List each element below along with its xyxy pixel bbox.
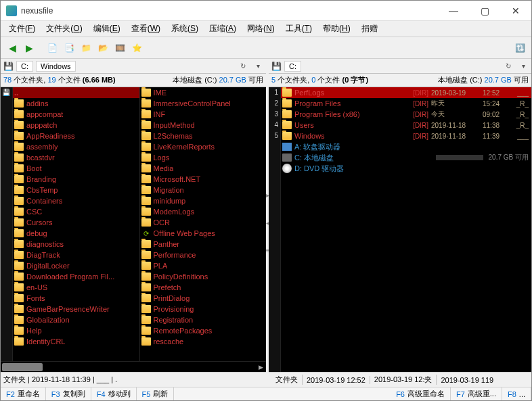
file-row[interactable]: apppatch <box>13 120 139 131</box>
folder-icon <box>14 316 24 324</box>
file-row[interactable]: PolicyDefinitions <box>140 271 267 282</box>
file-row[interactable]: Prefetch <box>140 282 267 293</box>
file-row[interactable]: CbsTemp <box>13 185 139 195</box>
right-file-area[interactable]: 12345 PerfLogs[DIR]2019-03-1912:52___Pro… <box>269 87 531 372</box>
folder-button[interactable]: 📁 <box>79 41 93 55</box>
menu-O[interactable]: 文件夹(O) <box>41 22 87 36</box>
breadcrumb-seg[interactable]: C: <box>284 61 301 72</box>
file-row[interactable]: assembly <box>13 141 139 152</box>
refresh-icon[interactable]: ↻ <box>502 60 514 72</box>
folder-icon <box>141 316 151 324</box>
scroll-right-icon[interactable]: ▶ <box>255 362 266 373</box>
file-row[interactable]: Microsoft.NET <box>140 174 267 185</box>
menu-W[interactable]: 查看(W) <box>126 22 166 36</box>
parent-dir-row[interactable]: .. <box>13 87 139 98</box>
drive-row[interactable]: C: 本地磁盘20.7 GB 可用 <box>281 152 531 163</box>
file-row[interactable]: DiagTrack <box>13 250 139 260</box>
forward-button[interactable]: ▶ <box>22 41 37 55</box>
file-row[interactable]: Media <box>140 163 267 174</box>
settings-button[interactable]: 🔃 <box>512 41 527 55</box>
drive-row[interactable]: A: 软盘驱动器 <box>281 141 531 152</box>
file-row[interactable]: Fonts <box>13 293 139 304</box>
left-file-area[interactable]: 💾 .. addinsappcompatapppatchAppReadiness… <box>1 87 266 361</box>
file-row[interactable]: Program Files[DIR]昨天15:24_R_ <box>281 98 531 109</box>
menu-S[interactable]: 系统(S) <box>166 22 204 36</box>
file-row[interactable]: ModemLogs <box>140 206 267 217</box>
file-row[interactable]: PerfLogs[DIR]2019-03-1912:52___ <box>281 87 531 98</box>
file-row[interactable]: Downloaded Program Fil... <box>13 271 139 282</box>
menu-E[interactable]: 编辑(E) <box>88 22 126 36</box>
file-row[interactable]: rescache <box>140 336 267 347</box>
view-button[interactable]: 🎞️ <box>112 41 127 55</box>
new-file-button[interactable]: 📄 <box>45 41 60 55</box>
menu-捐赠[interactable]: 捐赠 <box>356 22 383 36</box>
file-row[interactable]: IME <box>140 87 267 98</box>
file-row[interactable]: PLA <box>140 260 267 271</box>
file-row[interactable]: diagnostics <box>13 239 139 250</box>
file-row[interactable]: Users[DIR]2019-11-1811:38_R_ <box>281 120 531 131</box>
file-row[interactable]: minidump <box>140 195 267 206</box>
maximize-button[interactable]: ▢ <box>469 1 500 21</box>
dropdown-icon[interactable]: ▾ <box>252 60 264 72</box>
file-row[interactable]: Panther <box>140 239 267 250</box>
file-row[interactable]: Windows[DIR]2019-11-1811:39___ <box>281 131 531 141</box>
fn-f5[interactable]: F5刷新 <box>137 387 175 400</box>
fn-f6[interactable]: F6高级重命名 <box>391 387 451 400</box>
file-row[interactable]: InputMethod <box>140 120 267 131</box>
file-row[interactable]: PrintDialog <box>140 293 267 304</box>
breadcrumb-seg[interactable]: C: <box>16 61 33 72</box>
file-row[interactable]: Boot <box>13 163 139 174</box>
scroll-thumb[interactable] <box>2 363 43 371</box>
menu-A[interactable]: 压缩(A) <box>204 22 242 36</box>
copy-button[interactable]: 📑 <box>62 41 76 55</box>
menu-T[interactable]: 工具(T) <box>280 22 317 36</box>
file-row[interactable]: Migration <box>140 185 267 195</box>
file-row[interactable]: Registration <box>140 314 267 325</box>
file-row[interactable]: Performance <box>140 250 267 260</box>
file-row[interactable]: Globalization <box>13 314 139 325</box>
left-hscroll[interactable]: ◀ ▶ <box>1 361 266 372</box>
fn-f3[interactable]: F3复制到 <box>46 387 91 400</box>
file-row[interactable]: L2Schemas <box>140 131 267 141</box>
fn-f4[interactable]: F4移动到 <box>91 387 137 400</box>
dropdown-icon[interactable]: ▾ <box>517 60 529 72</box>
file-row[interactable]: Logs <box>140 152 267 163</box>
file-row[interactable]: OCR <box>140 217 267 228</box>
file-row[interactable]: Help <box>13 325 139 336</box>
info-seg: 2019-03-19 12:52 <box>303 376 370 384</box>
file-row[interactable]: debug <box>13 228 139 239</box>
file-row[interactable]: ImmersiveControlPanel <box>140 98 267 109</box>
menu-F[interactable]: 文件(F) <box>3 22 41 36</box>
file-row[interactable]: Program Files (x86)[DIR]今天09:02_R_ <box>281 109 531 120</box>
file-row[interactable]: addins <box>13 98 139 109</box>
menu-N[interactable]: 网络(N) <box>242 22 280 36</box>
file-row[interactable]: GameBarPresenceWriter <box>13 304 139 314</box>
file-row[interactable]: Provisioning <box>140 304 267 314</box>
file-row[interactable]: CSC <box>13 206 139 217</box>
file-row[interactable]: Containers <box>13 195 139 206</box>
file-row[interactable]: ⟳Offline Web Pages <box>140 228 267 239</box>
fn-f2[interactable]: F2重命名 <box>1 387 46 400</box>
open-button[interactable]: 📂 <box>95 41 110 55</box>
menu-H[interactable]: 帮助(H) <box>317 22 356 36</box>
breadcrumb-seg[interactable]: Windows <box>36 61 76 72</box>
refresh-icon[interactable]: ↻ <box>237 60 249 72</box>
file-row[interactable]: LiveKernelReports <box>140 141 267 152</box>
file-row[interactable]: Branding <box>13 174 139 185</box>
file-row[interactable]: IdentityCRL <box>13 336 139 347</box>
file-row[interactable]: DigitalLocker <box>13 260 139 271</box>
file-row[interactable]: en-US <box>13 282 139 293</box>
file-row[interactable]: Cursors <box>13 217 139 228</box>
favorite-button[interactable]: ⭐ <box>129 41 144 55</box>
file-row[interactable]: appcompat <box>13 109 139 120</box>
fn-f7[interactable]: F7高级重... <box>451 387 502 400</box>
file-row[interactable]: RemotePackages <box>140 325 267 336</box>
back-button[interactable]: ◀ <box>5 41 20 55</box>
file-row[interactable]: AppReadiness <box>13 131 139 141</box>
minimize-button[interactable]: — <box>438 1 469 21</box>
file-row[interactable]: INF <box>140 109 267 120</box>
fn-f8[interactable]: F8... <box>502 387 531 400</box>
drive-row[interactable]: D: DVD 驱动器 <box>281 163 531 174</box>
file-row[interactable]: bcastdvr <box>13 152 139 163</box>
close-button[interactable]: ✕ <box>500 1 531 21</box>
